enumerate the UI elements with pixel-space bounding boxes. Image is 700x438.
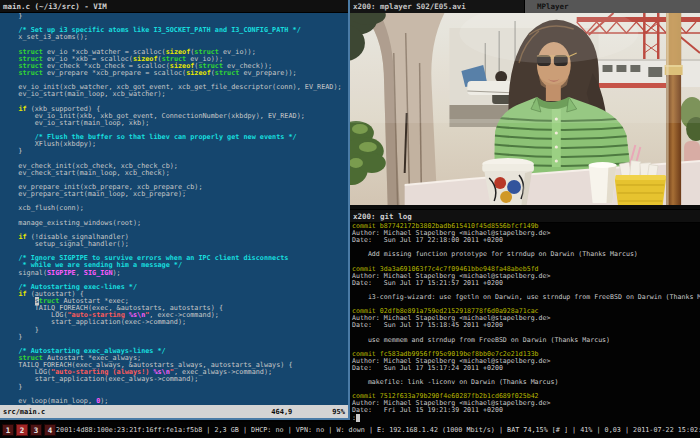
mplayer-video[interactable]	[350, 13, 700, 209]
mplayer-tab-inactive[interactable]: MPlayer	[525, 0, 700, 13]
git-titlebar[interactable]: x200: git log	[350, 210, 700, 223]
workspace-button-2[interactable]: 2	[16, 424, 28, 436]
vim-code-line: }	[2, 334, 348, 341]
video-sugar-basket	[614, 175, 666, 209]
window-vim: main.c (~/i3/src) - VIM } /* Set up i3 s…	[0, 0, 350, 420]
workspace-buttons: 1234	[0, 424, 56, 436]
vim-code-line: }	[2, 13, 348, 20]
git-log-line: Date: Sun Jul 17 15:21:57 2011 +0200	[352, 280, 700, 287]
git-log-line: Add missing function prototype for strnd…	[352, 251, 700, 258]
vim-titlebar[interactable]: main.c (~/i3/src) - VIM	[0, 0, 348, 13]
vim-filename: src/main.c	[3, 408, 45, 416]
vim-code-line: xcb_flush(conn);	[2, 205, 348, 212]
git-log-line: Date: Fri Jul 15 19:21:39 2011 +0200	[352, 407, 700, 414]
window-git-log: x200: git log commit b87742172b3802badb6…	[350, 210, 700, 422]
i3-desktop: main.c (~/i3/src) - VIM } /* Set up i3 s…	[0, 0, 700, 438]
git-log-line: Date: Sun Jul 17 15:17:24 2011 +0200	[352, 365, 700, 372]
i3status-text: 2001:4d88:100e:23:21f:16ff:fe1a:f5b8 | 2…	[56, 426, 700, 434]
vim-code-line: }	[2, 148, 348, 155]
workspace-button-4[interactable]: 4	[44, 424, 56, 436]
video-coffee-cup	[482, 158, 534, 209]
git-log-line: use memmem and strndup from FreeBSD on D…	[352, 337, 700, 344]
git-log-content[interactable]: commit b87742172b3802badb615410f45d8556b…	[350, 223, 700, 422]
git-log-line: makefile: link -liconv on Darwin (Thanks…	[352, 379, 700, 386]
vim-code-line: setup_signal_handler();	[2, 241, 348, 248]
vim-code-line: struct ev_prepare *xcb_prepare = scalloc…	[2, 70, 348, 77]
vim-code-line: }	[2, 327, 348, 334]
vim-cursor-position: 464,9	[271, 408, 292, 416]
i3bar: 1234 2001:4d88:100e:23:21f:16ff:fe1a:f5b…	[0, 422, 700, 438]
vim-code-line: }	[2, 384, 348, 391]
vim-scroll-percent: 95%	[332, 408, 345, 416]
mplayer-tabbar: x200: mplayer S02/E05.avi MPlayer	[350, 0, 700, 13]
mplayer-tab-active[interactable]: x200: mplayer S02/E05.avi	[350, 0, 525, 13]
vim-code-line: x_set_i3_atoms();	[2, 34, 348, 41]
vim-code-line: ev_io_start(main_loop, xcb_watcher);	[2, 91, 348, 98]
vim-code-line: start_application(exec_always->command);	[2, 376, 348, 383]
git-log-line: :	[352, 415, 700, 422]
vim-code-line: signal(SIGPIPE, SIG_IGN);	[2, 270, 348, 277]
vim-code-line: ev_io_start(main_loop, xkb);	[2, 120, 348, 127]
workspace-button-3[interactable]: 3	[30, 424, 42, 436]
vim-code-line: ev_prepare_start(main_loop, xcb_prepare)…	[2, 191, 348, 198]
vim-code-line: ev_loop(main_loop, 0);	[2, 398, 348, 405]
video-letterbox	[350, 205, 700, 209]
video-foam-cup	[589, 162, 617, 203]
window-mplayer: x200: mplayer S02/E05.avi MPlayer	[350, 0, 700, 210]
git-log-line: i3-config-wizard: use fgetln on Darwin, …	[352, 294, 700, 301]
vim-code-area[interactable]: } /* Set up i3 specific atoms like I3_SO…	[0, 13, 348, 405]
workspace-button-1[interactable]: 1	[2, 424, 14, 436]
git-log-line: Date: Sun Jul 17 15:18:45 2011 +0200	[352, 322, 700, 329]
git-log-line: Date: Sun Jul 17 22:18:00 2011 +0200	[352, 237, 700, 244]
vim-code-line: start_application(exec->command);	[2, 319, 348, 326]
vim-statusline: src/main.c 464,9 95%	[0, 405, 348, 418]
vim-code-line: XFlush(xkbdpy);	[2, 141, 348, 148]
vim-code-line: manage_existing_windows(root);	[2, 220, 348, 227]
vim-code-line: ev_check_start(main_loop, xcb_check);	[2, 170, 348, 177]
